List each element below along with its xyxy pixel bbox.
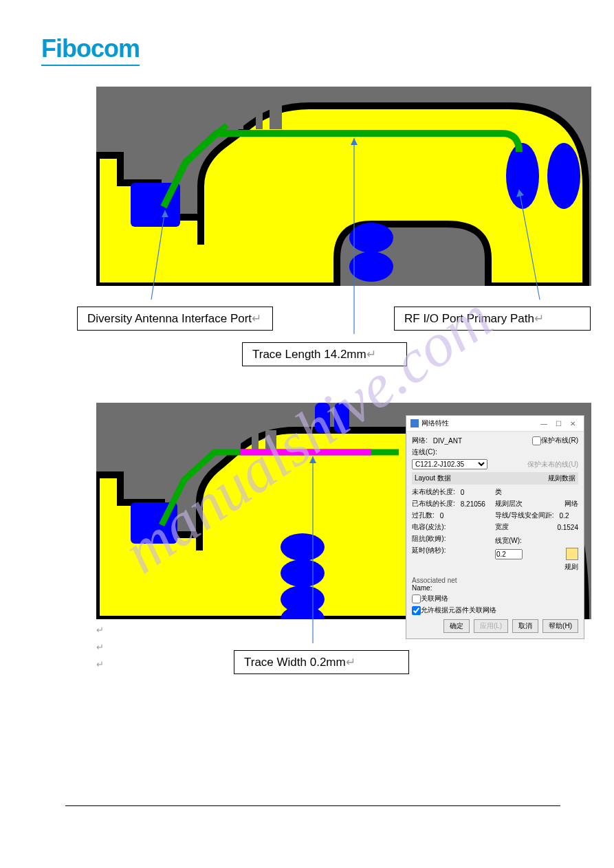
dialog-icon (410, 419, 419, 427)
protect-route-checkbox[interactable] (532, 436, 541, 445)
svg-line-10 (151, 210, 165, 300)
rules-button[interactable]: 规则 (564, 562, 578, 572)
minimize-icon[interactable]: — (536, 420, 551, 427)
svg-marker-11 (162, 210, 168, 217)
svg-marker-13 (351, 138, 358, 145)
brand-logo: Fibocom (41, 34, 140, 66)
allow-assoc-checkbox[interactable] (412, 606, 421, 615)
svg-marker-30 (309, 456, 316, 463)
return-mark: ↵ (96, 642, 104, 652)
svg-rect-3 (237, 106, 243, 129)
cancel-button[interactable]: 取消 (512, 619, 538, 633)
maximize-icon[interactable]: ☐ (551, 420, 566, 427)
label-trace-length: Trace Length 14.2mm↵ (242, 342, 407, 366)
svg-rect-20 (217, 430, 224, 449)
svg-rect-4 (256, 106, 263, 129)
net-value: DIV_ANT (433, 437, 462, 445)
return-mark: ↵ (96, 625, 104, 635)
close-icon[interactable]: ✕ (566, 420, 580, 427)
help-button[interactable]: 帮助(H) (542, 619, 578, 633)
net-properties-dialog[interactable]: 网络特性 — ☐ ✕ 网络: DIV_ANT 保护布线(R) 连线( (406, 415, 584, 639)
label-trace-width: Trace Width 0.2mm↵ (234, 650, 409, 674)
layout-section: Layout 数据 (415, 474, 548, 483)
rules-icon[interactable] (566, 548, 578, 560)
apply-button[interactable]: 应用(L) (474, 619, 508, 633)
label-rf-port: RF I/O Port Primary Path↵ (394, 307, 591, 331)
protect-unrouted-label: 保护未布的线(U) (527, 460, 578, 469)
svg-rect-19 (334, 403, 349, 433)
conn-label: 连线(C): (412, 447, 437, 457)
return-mark: ↵ (96, 659, 104, 669)
assoc-net-checkbox[interactable] (412, 594, 421, 603)
svg-rect-21 (234, 430, 241, 449)
rules-section: 规则数据 (548, 474, 575, 483)
assoc-net-label: Associated net (412, 577, 578, 584)
svg-rect-18 (315, 403, 330, 433)
connection-select[interactable]: C121.2-J102.35 (412, 459, 487, 469)
svg-rect-22 (252, 430, 259, 449)
footer-rule (65, 805, 560, 806)
label-diversity-port: Diversity Antenna Interface Port↵ (77, 307, 273, 331)
protect-route-label: 保护布线(R) (541, 436, 578, 445)
dialog-title: 网络特性 (421, 419, 449, 428)
net-label: 网络: (412, 436, 428, 445)
svg-line-14 (519, 190, 540, 300)
linewidth-input[interactable] (495, 549, 523, 559)
svg-rect-23 (265, 430, 276, 449)
svg-marker-15 (516, 190, 524, 197)
svg-rect-5 (270, 106, 282, 129)
ok-button[interactable]: 确定 (443, 619, 470, 633)
